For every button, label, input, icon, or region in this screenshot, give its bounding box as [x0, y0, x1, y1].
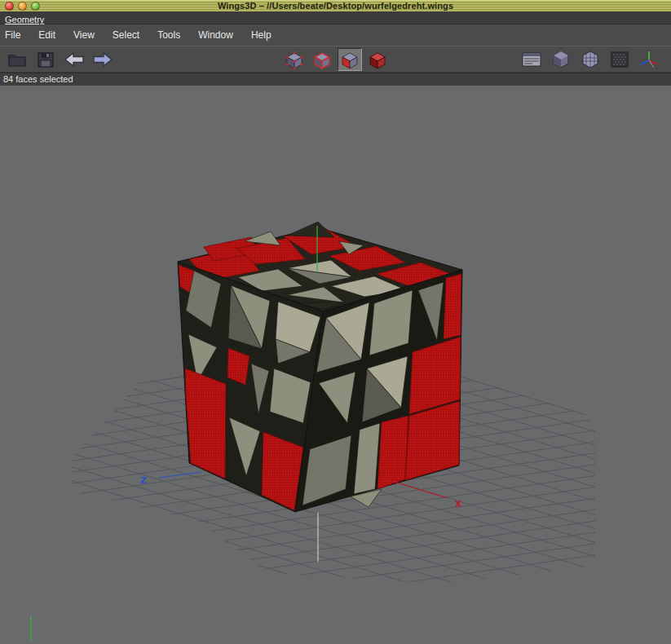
wireframe-preview-button[interactable] [578, 48, 603, 71]
save-icon [35, 49, 56, 70]
show-axes-button[interactable] [637, 48, 661, 71]
toolbar [0, 46, 671, 73]
vertex-mode-button[interactable] [282, 48, 307, 71]
wireframe-cube-icon [580, 49, 601, 70]
shaded-cube-icon [550, 49, 572, 70]
shaded-preview-button[interactable] [549, 48, 573, 71]
minimize-button[interactable] [18, 2, 27, 11]
face-mode-cube-icon [339, 49, 360, 70]
window-titlebar[interactable]: Wings3D – //Users/beate/Desktop/wurfelge… [0, 0, 671, 11]
wings3d-window: Wings3D – //Users/beate/Desktop/wurfelge… [0, 0, 671, 644]
menu-bar: File Edit View Select Tools Window Help [0, 24, 671, 46]
edge-mode-cube-icon [311, 49, 333, 70]
save-button[interactable] [33, 48, 58, 71]
face-mode-button[interactable] [338, 48, 362, 71]
menu-tools[interactable]: Tools [148, 29, 189, 41]
vertex-mode-cube-icon [284, 49, 305, 70]
view-tools [519, 48, 671, 71]
menu-help[interactable]: Help [242, 29, 280, 41]
window-title: Wings3D – //Users/beate/Desktop/wurfelge… [0, 1, 671, 11]
undo-button[interactable] [62, 48, 86, 71]
model-wurfel[interactable] [178, 222, 462, 512]
menu-window[interactable]: Window [189, 29, 242, 41]
folder-icon [7, 49, 28, 70]
toggle-geometry-windows-button[interactable] [519, 48, 544, 71]
menu-edit[interactable]: Edit [29, 29, 64, 41]
ground-plane-button[interactable] [607, 48, 632, 71]
axis-x-label: X [455, 499, 462, 509]
zoom-button[interactable] [31, 2, 40, 11]
geometry-bar: Geometry [0, 11, 671, 24]
arrow-left-icon [63, 49, 86, 70]
close-button[interactable] [5, 2, 14, 11]
selection-mode-tools [282, 48, 390, 71]
menu-file[interactable]: File [0, 29, 29, 41]
status-bar: 84 faces selected [0, 73, 671, 86]
arrow-right-icon [91, 49, 114, 70]
edge-mode-button[interactable] [310, 48, 334, 71]
ground-grid-icon [609, 49, 630, 70]
body-mode-cube-icon [367, 49, 388, 70]
viewport[interactable]: X Z [0, 86, 671, 644]
file-tools [0, 48, 115, 71]
status-text: 84 faces selected [3, 74, 73, 84]
axis-z-label: Z [140, 475, 147, 486]
traffic-lights [5, 2, 40, 11]
menu-view[interactable]: View [64, 29, 104, 41]
axes-icon [638, 49, 660, 70]
geometry-windows-icon [521, 49, 542, 70]
menu-select[interactable]: Select [104, 29, 148, 41]
viewport-canvas[interactable]: X Z [0, 86, 671, 644]
body-mode-button[interactable] [365, 48, 390, 71]
redo-button[interactable] [90, 48, 115, 71]
open-button[interactable] [5, 48, 29, 71]
